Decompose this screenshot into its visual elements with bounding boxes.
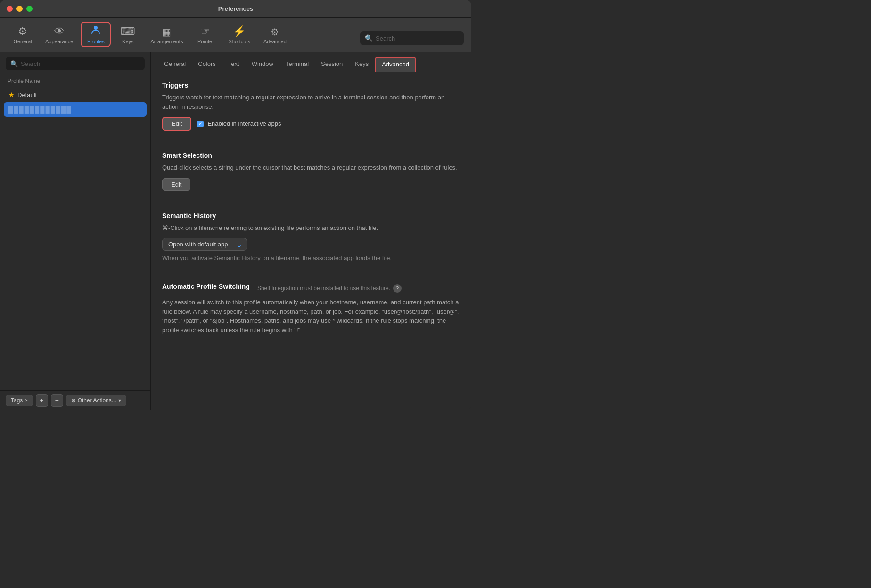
maximize-button[interactable] [26,6,33,12]
toolbar-search-icon: 🔍 [365,34,373,42]
semantic-history-dropdown-wrapper: Open with default app Open with editor R… [162,238,247,251]
semantic-history-row: Open with default app Open with editor R… [162,238,460,251]
toolbar-item-arrangements-label: Arrangements [150,39,183,44]
toolbar-search-input[interactable] [376,35,459,42]
toolbar-item-general[interactable]: ⚙ General [8,24,38,47]
profile-item-default-name: Default [17,91,37,98]
toolbar-search-box[interactable]: 🔍 [360,31,464,45]
smart-selection-edit-button[interactable]: Edit [162,178,190,191]
tags-button[interactable]: Tags > [6,395,33,406]
eye-icon: 👁 [54,26,65,37]
gear-icon: ⚙ [18,26,27,37]
semantic-history-dropdown[interactable]: Open with default app Open with editor R… [162,238,247,251]
remove-profile-button[interactable]: − [51,394,63,407]
other-actions-label: Other Actions... [78,397,116,404]
triggers-section: Triggers Triggers watch for text matchin… [162,82,460,131]
tab-colors[interactable]: Colors [192,57,222,71]
toolbar: ⚙ General 👁 Appearance Profiles ⌨ Keys ▦… [0,18,471,52]
window-title: Preferences [218,5,253,12]
smart-selection-row: Edit [162,178,460,191]
sidebar-search-box[interactable]: 🔍 [6,57,145,70]
toolbar-item-keys-label: Keys [122,39,133,44]
triggers-row: Edit ✓ Enabled in interactive apps [162,117,460,131]
toolbar-item-shortcuts[interactable]: ⚡ Shortcuts [222,24,255,47]
aps-section: Automatic Profile Switching Shell Integr… [162,283,460,335]
triggers-checkbox-row: ✓ Enabled in interactive apps [197,120,281,127]
aps-note: Shell Integration must be installed to u… [257,284,402,293]
semantic-history-section: Semantic History ⌘-Click on a filename r… [162,212,460,262]
toolbar-item-appearance-label: Appearance [45,39,73,44]
tab-terminal[interactable]: Terminal [280,57,314,71]
toolbar-item-arrangements[interactable]: ▦ Arrangements [145,24,189,47]
profile-list-header: Profile Name [4,75,147,87]
star-icon: ★ [8,91,15,98]
triggers-title: Triggers [162,82,460,89]
other-actions-button[interactable]: ⊕ Other Actions... ▾ [66,395,126,406]
divider-1 [162,144,460,144]
divider-2 [162,204,460,204]
toolbar-item-profiles[interactable]: Profiles [81,22,111,47]
aps-note-text: Shell Integration must be installed to u… [257,285,390,292]
pointer-icon: ☞ [201,26,210,37]
toolbar-item-general-label: General [13,39,32,44]
profile-item-default[interactable]: ★ Default [4,87,147,102]
shortcuts-icon: ⚡ [233,26,246,37]
aps-header-row: Automatic Profile Switching Shell Integr… [162,283,460,294]
sidebar-search: 🔍 [0,52,150,75]
tab-window[interactable]: Window [246,57,279,71]
sub-tabs: General Colors Text Window Terminal Sess… [151,52,471,72]
close-button[interactable] [7,6,13,12]
triggers-edit-button[interactable]: Edit [162,117,191,131]
toolbar-item-advanced-label: Advanced [263,39,287,44]
arrangements-icon: ▦ [162,27,171,37]
right-panel: General Colors Text Window Terminal Sess… [151,52,471,410]
tab-text[interactable]: Text [222,57,245,71]
triggers-checkbox-label: Enabled in interactive apps [207,120,281,127]
toolbar-item-shortcuts-label: Shortcuts [228,39,250,44]
person-icon [90,24,101,37]
toolbar-item-pointer[interactable]: ☞ Pointer [190,24,221,47]
smart-selection-section: Smart Selection Quad-click selects a str… [162,152,460,191]
profile-item-custom1-name: ████████████ [8,106,72,113]
aps-title: Automatic Profile Switching [162,283,250,290]
toolbar-item-profiles-label: Profiles [87,39,105,44]
add-profile-button[interactable]: + [36,394,48,407]
toolbar-item-keys[interactable]: ⌨ Keys [113,24,143,47]
titlebar: Preferences [0,0,471,18]
advanced-gear-icon: ⚙ [271,27,279,37]
main-layout: 🔍 Profile Name ★ Default ████████████ Ta… [0,52,471,410]
triggers-description: Triggers watch for text matching a regul… [162,93,460,111]
tab-general[interactable]: General [158,57,191,71]
minimize-button[interactable] [16,6,23,12]
svg-point-0 [94,26,98,30]
tab-session[interactable]: Session [315,57,348,71]
smart-selection-title: Smart Selection [162,152,460,159]
semantic-history-description: ⌘-Click on a filename referring to an ex… [162,223,460,233]
keyboard-icon: ⌨ [120,26,135,37]
tab-keys[interactable]: Keys [349,57,374,71]
toolbar-item-appearance[interactable]: 👁 Appearance [40,24,79,47]
sidebar-search-input[interactable] [21,60,140,67]
semantic-history-sub-description: When you activate Semantic History on a … [162,254,460,261]
toolbar-items: ⚙ General 👁 Appearance Profiles ⌨ Keys ▦… [8,22,360,47]
other-actions-icon: ⊕ [71,397,76,404]
toolbar-item-pointer-label: Pointer [197,39,214,44]
triggers-enabled-checkbox[interactable]: ✓ [197,121,204,127]
profile-list: Profile Name ★ Default ████████████ [0,75,150,390]
sidebar: 🔍 Profile Name ★ Default ████████████ Ta… [0,52,151,410]
help-icon[interactable]: ? [393,284,402,293]
aps-description: Any session will switch to this profile … [162,298,460,335]
window-controls [7,6,33,12]
sidebar-search-icon: 🔍 [10,60,18,67]
semantic-history-title: Semantic History [162,212,460,220]
sidebar-footer: Tags > + − ⊕ Other Actions... ▾ [0,390,150,410]
profile-item-custom1[interactable]: ████████████ [4,102,147,117]
tab-advanced[interactable]: Advanced [375,57,416,72]
other-actions-chevron: ▾ [118,397,121,404]
divider-3 [162,275,460,275]
toolbar-item-advanced[interactable]: ⚙ Advanced [258,24,292,47]
content-area: Triggers Triggers watch for text matchin… [151,72,471,410]
smart-selection-description: Quad-click selects a string under the cu… [162,163,460,172]
